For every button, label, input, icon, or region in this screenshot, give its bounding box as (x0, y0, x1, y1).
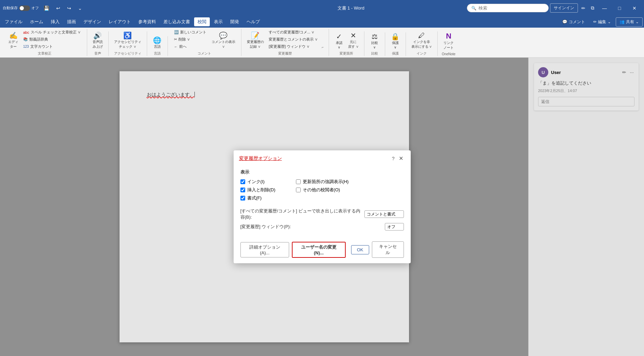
checkbox-row-format: 書式(F) (240, 195, 276, 201)
new-comment-icon: 🆕 (174, 30, 179, 34)
signin-button[interactable]: サインイン (550, 3, 578, 13)
show-all-markup-button[interactable]: すべての変更履歴/コメ... ∨ (267, 29, 320, 35)
autosave-label: 自動保存 (3, 5, 18, 11)
dialog-buttons-row: 詳細オプション(A)... ユーザー名の変更(N)... OK キャンセル (234, 239, 411, 263)
show-markup-button[interactable]: 変更履歴とコメントの表示 ∨ (267, 36, 320, 43)
group-label-compare: 比較 (371, 51, 378, 56)
search-box[interactable]: 🔍 (467, 4, 549, 12)
ribbon-group-proofreading-items: ✍ エディター abc スペル チェックと文章校正 ∨ 📚 類義語辞典 123 … (7, 29, 83, 50)
menu-help[interactable]: ヘルプ (243, 17, 263, 26)
pen-mode-button[interactable]: ✏ (579, 4, 587, 12)
dialog-checkboxes-right: 更新箇所の強調表示(H) その他の校閲者(O) (296, 179, 349, 203)
dialog-close-button[interactable]: ✕ (397, 154, 405, 162)
comment-button[interactable]: 💬 コメント (559, 18, 588, 26)
language-icon: 🌐 (153, 37, 161, 44)
ribbon-group-audio-items: 🔊 音声読み上げ (91, 31, 104, 50)
group-label-track: 変更履歴 (278, 51, 292, 56)
menu-review[interactable]: 校閲 (194, 17, 210, 26)
doc-canvas[interactable]: おはようございます。 変更履歴オプション ? ✕ 表示 (0, 58, 528, 356)
close-button[interactable]: ✕ (628, 2, 641, 14)
compare-button[interactable]: ⚖ 比較∨ (368, 32, 381, 50)
menu-file[interactable]: ファイル (1, 17, 26, 26)
show-comments-button[interactable]: 💬 コメントの表示 ∨ (210, 31, 237, 50)
word-count-button[interactable]: 123 文字カウント (21, 43, 83, 50)
accept-button[interactable]: ✓ 承諾∨ (333, 32, 345, 50)
checkbox-ink[interactable] (240, 179, 245, 184)
track-expand-button[interactable]: ⌐ (321, 45, 325, 49)
reject-icon: ✕ (350, 32, 356, 39)
advanced-options-button[interactable]: 詳細オプション(A)... (240, 242, 289, 257)
restore-button[interactable]: ⧉ (589, 4, 596, 12)
thesaurus-button[interactable]: 📚 類義語辞典 (21, 36, 83, 43)
ribbon-group-audio: 🔊 音声読み上げ 音声 (87, 31, 109, 56)
ribbon-group-ink-items: 🖊 インクを非表示にする ∨ (410, 31, 434, 50)
accessibility-icon: ♿ (123, 32, 132, 39)
delete-comment-button[interactable]: ✂ 削除 ∨ (172, 36, 208, 43)
comments-stack: 🆕 新しいコメント ✂ 削除 ∨ ← 前へ (172, 29, 208, 50)
dialog-titlebar: 変更履歴オプション ? ✕ (234, 150, 411, 165)
balloon-select[interactable]: コメントと書式 (364, 210, 404, 218)
spell-check-button[interactable]: abc スペル チェックと文章校正 ∨ (21, 29, 83, 35)
dialog-window-row: [変更履歴] ウィンドウ(P): オフ (240, 223, 404, 231)
menu-design[interactable]: デザイン (80, 17, 105, 26)
menu-developer[interactable]: 開発 (227, 17, 242, 26)
prev-comment-button[interactable]: ← 前へ (172, 43, 208, 50)
track-changes-button[interactable]: 📝 変更履歴の記録 ∨ (246, 31, 265, 50)
share-button[interactable]: 👥 共有 ⌄ (616, 17, 643, 27)
dialog-checkboxes-left: インク(I) 挿入と削除(D) 書式(F) (240, 179, 276, 203)
menubar: ファイル ホーム 挿入 描画 デザイン レイアウト 参考資料 差し込み文書 校閲… (0, 16, 644, 28)
checkbox-update-highlight[interactable] (296, 179, 301, 184)
toggle-knob (20, 6, 24, 10)
reject-button[interactable]: ✕ 元に戻す ∨ (347, 31, 360, 50)
menu-layout[interactable]: レイアウト (105, 17, 134, 26)
ribbon-group-onenote-items: N リンクノート (442, 32, 455, 51)
ribbon-group-accessibility: ♿ アクセシビリティチェック ∨ アクセシビリティ (109, 31, 147, 56)
window-title: 文書 1 - Word (235, 5, 467, 11)
ribbon-group-language: 🌐 言語 言語 (147, 36, 168, 56)
save-button[interactable]: 💾 (42, 4, 51, 12)
maximize-button[interactable]: □ (613, 2, 626, 14)
dialog-checkboxes: インク(I) 挿入と削除(D) 書式(F) (240, 179, 404, 203)
menu-draw[interactable]: 描画 (64, 17, 79, 26)
ribbon-group-track-changes: 📝 変更履歴の記録 ∨ すべての変更履歴/コメ... ∨ 変更履歴とコメントの表… (241, 29, 329, 56)
menu-mailings[interactable]: 差し込み文書 (160, 17, 193, 26)
read-aloud-button[interactable]: 🔊 音声読み上げ (91, 31, 104, 50)
window-select[interactable]: オフ (385, 223, 404, 231)
change-username-button[interactable]: ユーザー名の変更(N)... (292, 242, 346, 258)
doc-area: おはようございます。 変更履歴オプション ? ✕ 表示 (0, 58, 644, 356)
checkbox-other-label: その他の校閲者(O) (303, 187, 340, 193)
autosave-toggle[interactable] (19, 5, 30, 11)
quick-access-dropdown[interactable]: ⌄ (76, 4, 84, 12)
window-select-wrapper: オフ (385, 223, 404, 231)
redo-button[interactable]: ↪ (65, 4, 73, 12)
checkbox-insert-delete[interactable] (240, 188, 245, 192)
protect-icon: 🔒 (391, 33, 399, 40)
checkbox-other-editors[interactable] (296, 188, 301, 192)
menu-home[interactable]: ホーム (27, 17, 47, 26)
menu-view[interactable]: 表示 (210, 17, 226, 26)
comment-icon: 💬 (562, 19, 567, 24)
group-label-comments: コメント (198, 51, 211, 56)
linked-notes-button[interactable]: N リンクノート (442, 32, 455, 51)
track-window-button[interactable]: [変更履歴] ウィンドウ ∨ (267, 43, 320, 50)
menu-insert[interactable]: 挿入 (47, 17, 63, 26)
speaker-icon: 🔊 (93, 32, 102, 39)
menu-references[interactable]: 参考資料 (135, 17, 159, 26)
search-input[interactable] (478, 5, 544, 11)
protect-button[interactable]: 🔒 保護∨ (389, 32, 402, 50)
accessibility-check-button[interactable]: ♿ アクセシビリティチェック ∨ (113, 31, 143, 50)
undo-button[interactable]: ↩ (54, 4, 62, 12)
checkbox-format[interactable] (240, 196, 245, 201)
ok-button[interactable]: OK (351, 245, 369, 254)
language-button[interactable]: 🌐 言語 (151, 36, 163, 50)
dialog-title: 変更履歴オプション (239, 155, 390, 162)
new-comment-button[interactable]: 🆕 新しいコメント (172, 29, 208, 35)
search-icon: 🔍 (471, 6, 476, 11)
group-label-language: 言語 (154, 51, 161, 56)
dialog-help-button[interactable]: ? (390, 155, 397, 162)
edit-button[interactable]: ✏ 編集 ⌄ (590, 18, 614, 26)
cancel-button[interactable]: キャンセル (372, 241, 404, 258)
editor-button[interactable]: ✍ エディター (7, 31, 20, 50)
hide-ink-button[interactable]: 🖊 インクを非表示にする ∨ (410, 31, 434, 50)
minimize-button[interactable]: — (598, 2, 611, 14)
